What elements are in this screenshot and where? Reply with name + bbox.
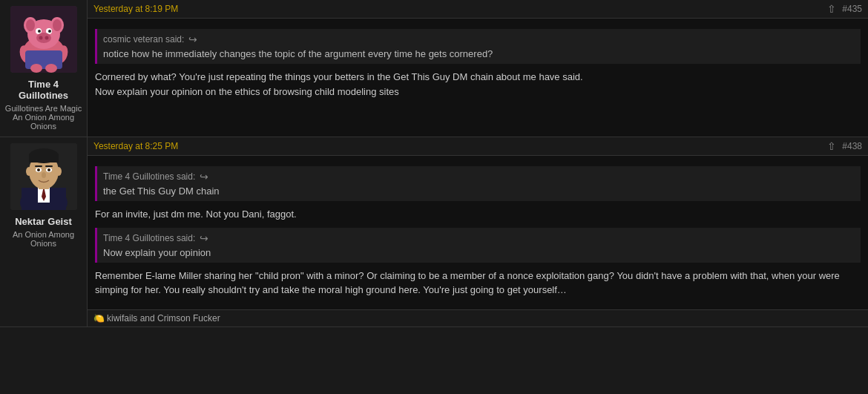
user-subtitle-1: An Onion Among Onions [4, 113, 82, 131]
svg-rect-16 [25, 50, 62, 69]
main-text-1: Cornered by what? You're just repeating … [95, 70, 861, 99]
quote-source-2: Time 4 Guillotines said: [103, 171, 195, 182]
svg-point-13 [45, 36, 48, 40]
svg-point-10 [48, 30, 51, 33]
svg-point-11 [36, 33, 51, 43]
quote-source-3: Time 4 Guillotines said: [103, 233, 195, 243]
quote-block-3: Time 4 Guillotines said: ↪ Now explain y… [95, 228, 861, 263]
svg-point-36 [42, 172, 46, 178]
post-sidebar-1: Time 4 Guillotines Guillotines Are Magic… [0, 0, 88, 137]
post-435: Time 4 Guillotines Guillotines Are Magic… [0, 0, 868, 137]
svg-point-9 [38, 30, 41, 33]
svg-rect-34 [35, 165, 42, 167]
quote-text-2: the Get This Guy DM chain [103, 185, 855, 197]
quote-arrow-icon-3: ↪ [200, 232, 208, 244]
post-438: Nektar Geist An Onion Among Onions Yeste… [0, 137, 868, 327]
svg-point-17 [30, 64, 42, 73]
svg-point-32 [37, 168, 40, 171]
quote-block-2: Time 4 Guillotines said: ↪ the Get This … [95, 166, 861, 201]
main-text-2b: Remember E-lame Miller sharing her "chil… [95, 269, 861, 298]
quote-header-3: Time 4 Guillotines said: ↪ [103, 232, 855, 244]
share-icon-2[interactable]: ⇧ [827, 140, 836, 152]
post-content-1: Yesterday at 8:19 PM ⇧ #435 cosmic veter… [88, 0, 868, 137]
post-header-right-1: ⇧ #435 [827, 3, 862, 15]
svg-point-6 [53, 19, 62, 31]
post-number-1: #435 [842, 4, 862, 14]
username-2: Nektar Geist [15, 216, 72, 227]
post-timestamp-2: Yesterday at 8:25 PM [93, 141, 178, 151]
post-body-2: Time 4 Guillotines said: ↪ the Get This … [88, 156, 868, 309]
quote-block-1: cosmic veteran said: ↪ notice how he imm… [95, 29, 861, 64]
user-title-1: Guillotines Are Magic [5, 104, 82, 113]
svg-rect-35 [45, 165, 53, 167]
quote-source-1: cosmic veteran said: [103, 34, 184, 45]
share-icon-1[interactable]: ⇧ [827, 3, 836, 15]
svg-point-12 [39, 36, 42, 40]
svg-point-5 [26, 19, 35, 31]
post-timestamp-1: Yesterday at 8:19 PM [93, 4, 178, 14]
svg-rect-27 [29, 154, 59, 162]
post-header-right-2: ⇧ #438 [827, 140, 862, 152]
post-header-1: Yesterday at 8:19 PM ⇧ #435 [88, 0, 868, 19]
post-header-2: Yesterday at 8:25 PM ⇧ #438 [88, 137, 868, 156]
quote-text-3: Now explain your opinion [103, 247, 855, 258]
quote-header-2: Time 4 Guillotines said: ↪ [103, 171, 855, 183]
avatar-1 [10, 6, 77, 73]
quote-text-1: notice how he immediately changes the to… [103, 48, 855, 59]
reaction-item-1: 🍋 kiwifails and Crimson Fucker [93, 313, 220, 324]
post-content-2: Yesterday at 8:25 PM ⇧ #438 Time 4 Guill… [88, 137, 868, 326]
svg-point-29 [56, 167, 62, 176]
username-1: Time 4 Guillotines [4, 79, 82, 101]
svg-point-28 [26, 167, 32, 176]
post-sidebar-2: Nektar Geist An Onion Among Onions [0, 137, 88, 326]
svg-point-33 [47, 168, 50, 171]
post-number-2: #438 [842, 141, 862, 151]
user-subtitle-2: An Onion Among Onions [4, 230, 82, 248]
quote-arrow-icon-2: ↪ [200, 171, 208, 183]
svg-point-18 [45, 64, 57, 73]
main-text-2a: For an invite, just dm me. Not you Dani,… [95, 207, 861, 222]
quote-header-1: cosmic veteran said: ↪ [103, 33, 855, 45]
post-body-1: cosmic veteran said: ↪ notice how he imm… [88, 19, 868, 111]
reactions-bar-2: 🍋 kiwifails and Crimson Fucker [88, 309, 868, 326]
reaction-icon-1: 🍋 [93, 313, 105, 324]
quote-arrow-icon-1: ↪ [188, 33, 197, 45]
avatar-2 [10, 143, 77, 210]
reaction-text-1: kiwifails and Crimson Fucker [107, 313, 220, 324]
